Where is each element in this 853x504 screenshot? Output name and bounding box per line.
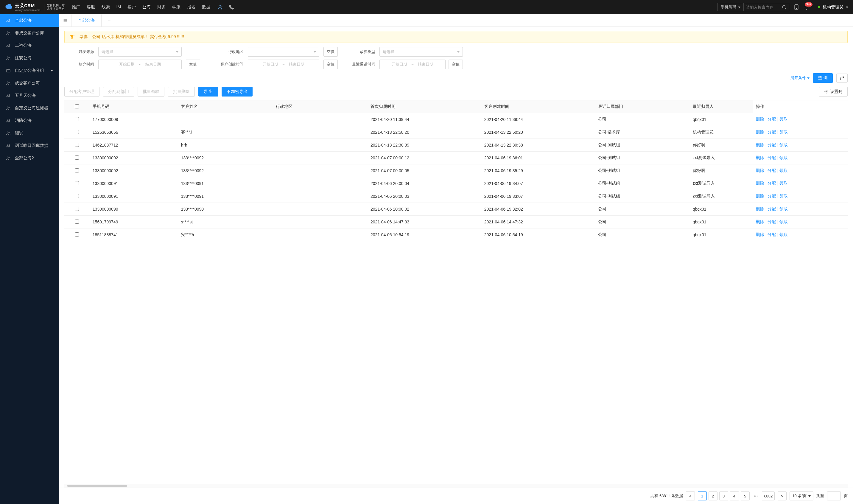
row-assign-link[interactable]: 分配 [767,168,776,173]
nav-item[interactable]: IM [116,4,121,10]
assign-dept-button[interactable]: 分配到部门 [103,87,134,96]
sidebar-item[interactable]: 自定义公海过滤器 [0,102,59,114]
row-assign-link[interactable]: 分配 [767,142,776,147]
row-checkbox[interactable] [75,130,79,134]
row-claim-link[interactable]: 领取 [779,219,788,224]
search-type-select[interactable]: 手机号码 [718,3,744,11]
row-checkbox[interactable] [75,156,79,160]
sidebar-item[interactable]: 全部公海2 [0,152,59,164]
export-plain-button[interactable]: 不加密导出 [222,87,253,96]
page-number-button[interactable]: 1 [698,491,707,500]
sidebar-item[interactable]: 测试昨日回库数据 [0,139,59,152]
expand-filters-link[interactable]: 展开条件 [791,75,810,81]
search-input[interactable] [744,4,779,11]
row-checkbox[interactable] [75,143,79,147]
query-button[interactable]: 查 询 [813,73,833,83]
search-icon[interactable] [779,4,789,11]
row-assign-link[interactable]: 分配 [767,206,776,211]
row-checkbox[interactable] [75,207,79,211]
phone-icon[interactable] [229,4,235,10]
last-call-range[interactable]: 开始日期~结束日期 [379,59,446,69]
abandon-time-null-button[interactable]: 空值 [186,59,200,69]
row-assign-link[interactable]: 分配 [767,117,776,122]
row-assign-link[interactable]: 分配 [767,219,776,224]
batch-delete-button[interactable]: 批量删除 [168,87,195,96]
friend-source-select[interactable]: 请选择 [98,47,182,57]
row-checkbox[interactable] [75,219,79,224]
row-assign-link[interactable]: 分配 [767,155,776,160]
sidebar-item[interactable]: 测试 [0,127,59,139]
row-claim-link[interactable]: 领取 [779,155,788,160]
user-menu[interactable]: 机构管理员 [818,4,848,10]
row-checkbox[interactable] [75,168,79,173]
row-delete-link[interactable]: 删除 [756,194,764,198]
row-claim-link[interactable]: 领取 [779,117,788,122]
nav-item[interactable]: 数据 [202,4,210,10]
tablet-icon[interactable] [794,4,799,10]
page-size-select[interactable]: 10 条/页 [790,491,813,500]
row-claim-link[interactable]: 领取 [779,168,788,173]
select-all-checkbox[interactable] [75,104,79,108]
sidebar-item[interactable]: 注安公海 [0,52,59,64]
set-columns-button[interactable]: 设置列 [819,87,848,96]
row-assign-link[interactable]: 分配 [767,181,776,185]
row-checkbox[interactable] [75,117,79,121]
batch-claim-button[interactable]: 批量领取 [138,87,164,96]
bell-icon[interactable]: 99+ [803,4,810,10]
sidebar-item[interactable]: 五月天公海 [0,89,59,102]
logo[interactable]: 云朵CRM www.yunduocrm.com 教育机构一站 式服务云平台 [5,3,65,12]
nav-item[interactable]: 公海 [142,4,151,10]
row-claim-link[interactable]: 领取 [779,130,788,134]
row-claim-link[interactable]: 领取 [779,206,788,211]
tab-active[interactable]: 全部公海 [72,14,102,26]
export-button[interactable]: 导 出 [198,87,218,96]
row-assign-link[interactable]: 分配 [767,232,776,237]
row-checkbox[interactable] [75,194,79,198]
nav-item[interactable]: 客户 [127,4,136,10]
region-null-button[interactable]: 空值 [324,47,338,57]
tab-add-icon[interactable]: + [102,17,117,23]
row-delete-link[interactable]: 删除 [756,232,764,237]
nav-item[interactable]: 学服 [172,4,181,10]
prev-page-button[interactable]: < [686,491,695,500]
row-assign-link[interactable]: 分配 [767,194,776,198]
jump-page-input[interactable] [827,491,841,500]
row-delete-link[interactable]: 删除 [756,219,764,224]
row-claim-link[interactable]: 领取 [779,181,788,185]
assign-manager-button[interactable]: 分配客户经理 [64,87,99,96]
sidebar-item[interactable]: 成交客户公海 [0,77,59,89]
row-delete-link[interactable]: 删除 [756,206,764,211]
row-delete-link[interactable]: 删除 [756,130,764,134]
row-checkbox[interactable] [75,181,79,185]
create-time-null-button[interactable]: 空值 [324,59,338,69]
nav-item[interactable]: 报名 [187,4,195,10]
row-delete-link[interactable]: 删除 [756,168,764,173]
row-claim-link[interactable]: 领取 [779,194,788,198]
page-number-button[interactable]: 4 [730,491,739,500]
horizontal-scrollbar[interactable] [64,484,848,488]
tabs-toggle-icon[interactable] [59,14,72,26]
row-checkbox[interactable] [75,232,79,236]
page-ellipsis[interactable]: ••• [752,494,759,498]
page-number-button[interactable]: 5 [741,491,750,500]
nav-item[interactable]: 客服 [87,4,95,10]
nav-item[interactable]: 线索 [102,4,110,10]
sidebar-item[interactable]: 二咨公海 [0,39,59,52]
nav-item[interactable]: 财务 [157,4,166,10]
row-claim-link[interactable]: 领取 [779,142,788,147]
sidebar-item[interactable]: 非成交客户公海 [0,27,59,39]
page-number-button[interactable]: 2 [709,491,718,500]
row-assign-link[interactable]: 分配 [767,130,776,134]
row-delete-link[interactable]: 删除 [756,155,764,160]
row-claim-link[interactable]: 领取 [779,232,788,237]
last-call-null-button[interactable]: 空值 [449,59,463,69]
row-delete-link[interactable]: 删除 [756,181,764,185]
next-page-button[interactable]: > [778,491,786,500]
last-page-button[interactable]: 6882 [762,491,775,500]
row-delete-link[interactable]: 删除 [756,142,764,147]
sidebar-item[interactable]: 自定义公海分组 [0,64,59,77]
nav-item[interactable]: 推广 [72,4,80,10]
refresh-button[interactable] [836,74,848,83]
page-number-button[interactable]: 3 [719,491,728,500]
admin-region-select[interactable] [248,47,319,57]
